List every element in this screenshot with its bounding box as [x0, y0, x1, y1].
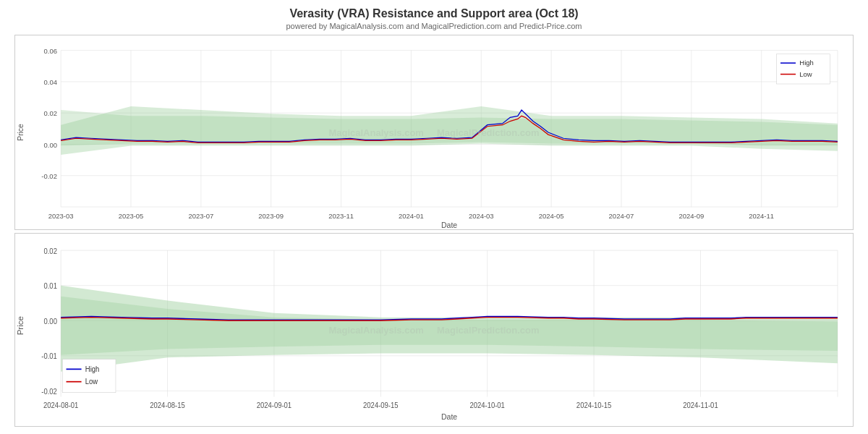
svg-text:2024-09: 2024-09	[678, 213, 704, 220]
svg-text:-0.01: -0.01	[41, 352, 57, 361]
svg-text:0.00: 0.00	[43, 142, 56, 149]
svg-text:2024-10-15: 2024-10-15	[576, 401, 612, 409]
svg-text:2024-11-01: 2024-11-01	[683, 401, 718, 409]
bottom-chart: MagicalAnalysis.com MagicalPrediction.co…	[14, 233, 854, 427]
svg-text:2024-01: 2024-01	[399, 213, 424, 220]
svg-text:Low: Low	[85, 378, 98, 386]
top-chart-svg: 0.06 0.04 0.02 0.00 -0.02 2023-03 2023-0…	[15, 35, 853, 229]
svg-text:2024-10-01: 2024-10-01	[469, 401, 505, 409]
svg-text:-0.02: -0.02	[41, 388, 57, 396]
svg-rect-72	[62, 359, 116, 392]
svg-text:2024-05: 2024-05	[539, 213, 564, 220]
svg-text:Price: Price	[16, 316, 24, 335]
svg-text:High: High	[799, 59, 813, 67]
svg-text:High: High	[85, 365, 99, 373]
svg-text:2023-07: 2023-07	[189, 213, 214, 220]
top-chart: MagicalAnalysis.com MagicalPrediction.co…	[14, 35, 854, 230]
svg-text:0.06: 0.06	[43, 48, 56, 55]
svg-rect-38	[777, 54, 830, 84]
svg-text:Low: Low	[799, 71, 812, 78]
charts-wrapper: MagicalAnalysis.com MagicalPrediction.co…	[14, 35, 854, 427]
svg-text:0.00: 0.00	[43, 317, 57, 326]
svg-text:Date: Date	[441, 412, 457, 421]
main-container: Verasity (VRA) Resistance and Support ar…	[0, 0, 868, 434]
svg-text:2023-11: 2023-11	[328, 213, 354, 220]
svg-text:2023-03: 2023-03	[48, 213, 74, 220]
svg-text:0.01: 0.01	[43, 282, 57, 291]
svg-text:2024-09-15: 2024-09-15	[363, 401, 399, 409]
svg-text:2024-03: 2024-03	[469, 213, 494, 220]
svg-text:-0.02: -0.02	[41, 173, 57, 180]
svg-text:2023-09: 2023-09	[258, 213, 284, 220]
page-subtitle: powered by MagicalAnalysis.com and Magic…	[14, 22, 854, 30]
svg-text:2024-07: 2024-07	[609, 213, 634, 220]
svg-text:Date: Date	[441, 221, 457, 229]
svg-text:0.04: 0.04	[43, 79, 56, 86]
svg-text:2024-11: 2024-11	[749, 213, 774, 220]
svg-text:2024-08-01: 2024-08-01	[43, 401, 79, 409]
svg-text:0.02: 0.02	[43, 247, 57, 255]
svg-text:2024-09-01: 2024-09-01	[257, 401, 292, 409]
page-title: Verasity (VRA) Resistance and Support ar…	[14, 7, 854, 20]
svg-text:Price: Price	[16, 124, 24, 141]
bottom-chart-svg: 0.02 0.01 0.00 -0.01 -0.02 2024-08-01 20…	[15, 234, 853, 426]
svg-text:2023-05: 2023-05	[119, 213, 144, 220]
svg-text:0.02: 0.02	[43, 110, 56, 117]
svg-text:2024-08-15: 2024-08-15	[150, 401, 185, 409]
